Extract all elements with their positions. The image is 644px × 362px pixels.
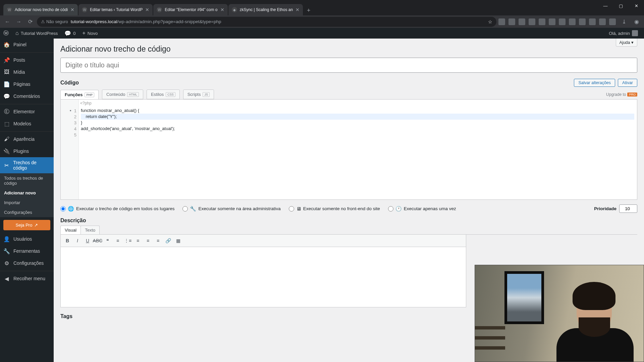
- sidebar-item-aparencia[interactable]: 🖌Aparência: [0, 133, 54, 145]
- wrench-icon: 🔧: [3, 248, 10, 254]
- extension-icon[interactable]: [589, 18, 596, 25]
- description-editor[interactable]: [60, 247, 466, 307]
- sidebar-item-trechos[interactable]: ✂Trechos de código: [0, 157, 54, 173]
- run-everywhere[interactable]: 🌐Executar o trecho de código em todos os…: [60, 206, 174, 212]
- desc-tab-texto[interactable]: Texto: [80, 226, 100, 234]
- extension-icon[interactable]: [599, 18, 606, 25]
- collapse-icon: ◀: [3, 275, 10, 282]
- forward-button[interactable]: →: [14, 17, 23, 26]
- submenu-adicionar[interactable]: Adicionar novo: [0, 188, 54, 198]
- upgrade-link[interactable]: Upgrade toPRO: [606, 92, 637, 97]
- sidebar-item-plugins[interactable]: 🔌Plugins: [0, 145, 54, 157]
- run-admin[interactable]: 🔧Executar somente na área administrativa: [182, 206, 280, 212]
- sidebar-item-painel[interactable]: 🏠Painel: [0, 39, 54, 51]
- user-menu[interactable]: Olá, admin: [605, 28, 641, 39]
- new-link[interactable]: +Novo: [79, 28, 101, 39]
- extension-icon[interactable]: [579, 18, 586, 25]
- run-radio[interactable]: [289, 206, 294, 212]
- run-once[interactable]: 🕐Executar apenas uma vez: [388, 206, 456, 212]
- extension-icon[interactable]: [559, 18, 566, 25]
- submenu-todos[interactable]: Todos os trechos de código: [0, 173, 54, 188]
- page-title: Adicionar novo trecho de código: [60, 39, 637, 58]
- align-left-button[interactable]: ≡: [133, 236, 143, 245]
- extension-icon[interactable]: [508, 18, 515, 25]
- sidebar-collapse[interactable]: ◀Recolher menu: [0, 273, 54, 285]
- extension-icon[interactable]: [549, 18, 555, 25]
- sidebar-item-elementor[interactable]: ⒺElementor: [0, 106, 54, 118]
- extension-icon[interactable]: [529, 18, 535, 25]
- sidebar-item-usuarios[interactable]: 👤Usuários: [0, 233, 54, 245]
- extension-icon[interactable]: [539, 18, 545, 25]
- bullet-list-button[interactable]: ≡: [113, 236, 122, 245]
- window-minimize[interactable]: —: [598, 0, 613, 11]
- numbered-list-button[interactable]: ⋮≡: [123, 236, 132, 245]
- run-radio[interactable]: [388, 206, 393, 212]
- downloads-icon[interactable]: ⤓: [619, 17, 629, 26]
- tab-close-icon[interactable]: ✕: [220, 7, 224, 12]
- browser-tab-2[interactable]: W Editar "Elementor #94" com o ✕: [153, 4, 227, 15]
- sidebar-item-modelos[interactable]: ⬚Modelos: [0, 118, 54, 130]
- window-close[interactable]: ✕: [629, 0, 644, 11]
- seja-pro-button[interactable]: Seja Pro↗: [3, 220, 50, 230]
- tab-close-icon[interactable]: ✕: [296, 7, 300, 12]
- star-icon[interactable]: ☆: [488, 19, 492, 24]
- desc-tab-visual[interactable]: Visual: [60, 226, 81, 234]
- sidebar-item-posts[interactable]: 📌Posts: [0, 54, 54, 66]
- help-tab[interactable]: Ajuda ▾: [616, 39, 637, 47]
- sidebar-label: Modelos: [13, 121, 31, 126]
- submenu-config[interactable]: Configurações: [0, 207, 54, 217]
- code-line-2: return date("Y");: [81, 114, 634, 120]
- tab-close-icon[interactable]: ✕: [145, 7, 149, 12]
- sidebar-item-paginas[interactable]: 📄Páginas: [0, 78, 54, 90]
- activate-button[interactable]: Ativar: [618, 79, 637, 87]
- code-editor[interactable]: <?php •12345 function mostrar_ano_atual(…: [60, 99, 637, 200]
- extension-icon[interactable]: [519, 18, 525, 25]
- code-tab-conteudo[interactable]: ConteúdoHTML: [102, 89, 143, 99]
- scissors-icon: ✂: [3, 162, 10, 169]
- sidebar-item-ferramentas[interactable]: 🔧Ferramentas: [0, 245, 54, 257]
- sidebar-item-config[interactable]: ⚙Configurações: [0, 257, 54, 269]
- line-gutter: •12345: [61, 100, 79, 199]
- extension-icon[interactable]: [498, 18, 505, 25]
- strikethrough-button[interactable]: ABC: [93, 236, 102, 245]
- external-icon: ↗: [34, 223, 38, 228]
- browser-tab-0[interactable]: W Adicionar novo trecho de códi ✕: [3, 4, 78, 15]
- sidebar-item-comentarios[interactable]: 💬Comentários: [0, 90, 54, 102]
- link-button[interactable]: 🔗: [163, 236, 173, 245]
- new-tab-button[interactable]: +: [304, 6, 314, 15]
- extension-icon[interactable]: [609, 18, 616, 25]
- sidebar-item-midia[interactable]: 🖼Mídia: [0, 66, 54, 78]
- align-right-button[interactable]: ≡: [153, 236, 163, 245]
- bold-button[interactable]: B: [63, 236, 72, 245]
- reload-button[interactable]: ⟳: [25, 17, 35, 26]
- submenu-importar[interactable]: Importar: [0, 198, 54, 207]
- run-frontend[interactable]: 🖥Executar somente no front-end do site: [289, 206, 380, 212]
- priority-input[interactable]: [619, 204, 637, 213]
- align-center-button[interactable]: ≡: [143, 236, 153, 245]
- comments-link[interactable]: 💬0: [61, 28, 79, 39]
- code-tab-estilos[interactable]: EstilosCSS: [147, 89, 180, 99]
- save-button[interactable]: Salvar alterações: [574, 79, 615, 87]
- profile-icon[interactable]: ◉: [632, 17, 641, 26]
- underline-button[interactable]: U: [83, 236, 92, 245]
- snippet-title-input[interactable]: [60, 58, 637, 73]
- url-host: tutorial-wordpress.local: [71, 19, 117, 24]
- blockquote-button[interactable]: ❝: [103, 236, 112, 245]
- back-button[interactable]: ←: [3, 17, 12, 26]
- italic-button[interactable]: I: [73, 236, 82, 245]
- code-tab-funcoes[interactable]: FunçõesPHP: [60, 90, 99, 100]
- code-body[interactable]: function mostrar_ano_atual() { return da…: [79, 100, 637, 199]
- browser-tab-1[interactable]: W Editar temas ‹ Tutorial WordP ✕: [78, 4, 153, 15]
- toolbar-toggle-button[interactable]: ▦: [173, 236, 183, 245]
- address-bar[interactable]: ⚠ Não seguro tutorial-wordpress.local/wp…: [37, 17, 496, 27]
- site-link[interactable]: ⌂Tutorial WordPress: [12, 28, 61, 39]
- run-radio[interactable]: [60, 206, 66, 212]
- wp-logo[interactable]: ⓦ: [0, 28, 12, 39]
- brush-icon: 🖌: [3, 136, 10, 142]
- window-maximize[interactable]: ▢: [613, 0, 629, 11]
- extension-icon[interactable]: [569, 18, 576, 25]
- code-tab-scripts[interactable]: ScriptsJS: [183, 89, 214, 99]
- run-radio[interactable]: [182, 206, 188, 212]
- browser-tab-3[interactable]: ◆ zkSync | Scaling the Ethos an ✕: [228, 4, 303, 15]
- tab-close-icon[interactable]: ✕: [70, 7, 74, 12]
